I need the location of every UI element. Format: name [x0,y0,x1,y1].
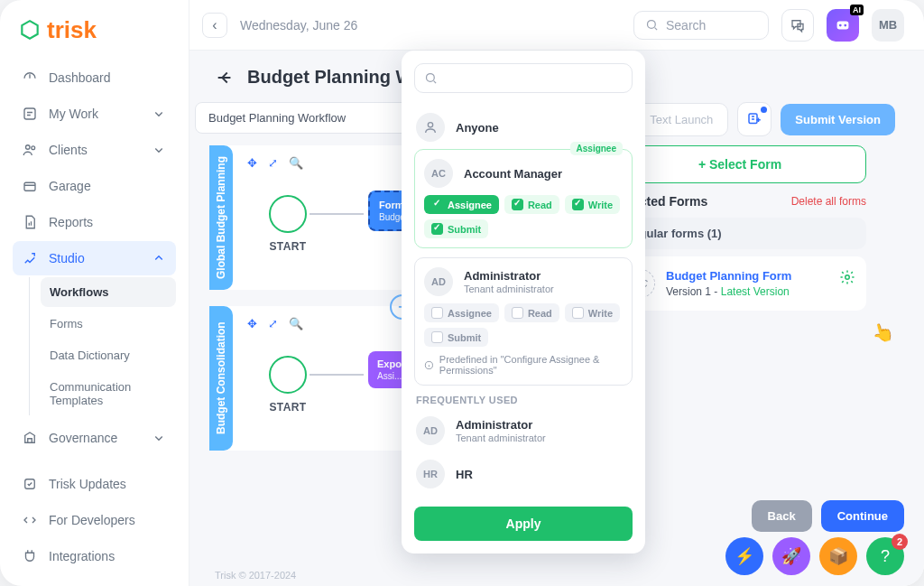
subnav-data-dictionary[interactable]: Data Dictionary [41,340,176,370]
continue-button[interactable]: Continue [821,500,904,532]
start-node[interactable] [269,356,307,394]
user-avatar[interactable]: MB [872,9,904,42]
drag-icon[interactable]: ✥ [247,317,257,330]
fab-bolt[interactable]: ⚡ [725,537,763,575]
nav-reports[interactable]: Reports [13,205,176,239]
start-node[interactable] [269,195,307,233]
user-icon [423,120,438,135]
nav-developers[interactable]: For Developers [13,503,176,537]
zoom-icon[interactable]: 🔍 [289,156,303,170]
svg-rect-6 [837,21,849,29]
workflow-lane-label: Global Budget Planning [209,145,233,290]
zoom-icon[interactable]: 🔍 [289,317,303,330]
form-card[interactable]: AC Budget Planning Form Version 1 - Late… [614,256,866,311]
fab-archive[interactable]: 📦 [819,537,857,575]
svg-rect-0 [24,108,35,119]
copyright: Trisk © 2017-2024 [215,570,296,581]
chat-icon[interactable] [781,9,814,42]
nav-updates[interactable]: Trisk Updates [13,467,176,501]
subnav-forms[interactable]: Forms [41,309,176,339]
nav-studio[interactable]: Studio [13,241,176,275]
select-form-button[interactable]: + Select Form [614,145,866,183]
freq-hr[interactable]: HRHR [414,452,633,496]
role-card-account-manager[interactable]: Assignee ACAccount Manager Assignee Read… [414,149,633,248]
search-icon [424,71,438,85]
svg-point-12 [427,74,435,82]
logo: trisk [13,16,176,55]
frequently-used-header: FREQUENTLY USED [416,395,633,405]
assignee-pill: Assignee [570,142,623,155]
popover-search[interactable] [414,63,633,93]
expand-icon[interactable]: ⤢ [268,156,278,170]
text-launch-button: Text Launch [634,103,728,136]
workflow-lane-label: Budget Consolidation [209,306,233,451]
form-version: Version 1 - Latest Version [666,285,791,298]
svg-point-1 [26,145,31,150]
svg-point-5 [648,21,656,29]
predefined-note: Predefined in "Configure Assignee & Perm… [424,354,623,376]
nav-integrations[interactable]: Integrations [13,539,176,573]
perm-submit[interactable]: Submit [424,328,488,347]
nav-clients[interactable]: Clients [13,133,176,167]
fab-rocket[interactable]: 🚀 [772,537,810,575]
back-arrow-icon[interactable] [215,68,235,88]
info-icon [424,359,434,371]
search-icon [645,18,659,32]
back-button[interactable]: Back [752,500,812,532]
svg-point-8 [844,23,846,26]
date-label: Wednesday, June 26 [240,18,357,33]
chevron-down-icon [151,142,167,158]
perm-assignee[interactable]: Assignee [424,195,499,214]
perm-write[interactable]: Write [565,303,620,322]
subnav-workflows[interactable]: Workflows [41,277,176,307]
chevron-down-icon [151,106,167,122]
perm-write[interactable]: Write [565,195,620,214]
nav-governance[interactable]: Governance [13,421,176,455]
delete-all-forms[interactable]: Delete all forms [791,195,866,208]
svg-point-2 [32,146,35,150]
drag-icon[interactable]: ✥ [247,156,257,170]
nav-my-work[interactable]: My Work [13,97,176,131]
nav-garage[interactable]: Garage [13,169,176,203]
regular-forms-header[interactable]: Regular forms (1) [614,218,866,249]
expand-icon[interactable]: ⤢ [268,317,278,330]
chevron-up-icon [151,250,167,266]
nav-dashboard[interactable]: Dashboard [13,60,176,95]
svg-point-13 [428,123,432,127]
form-name-link[interactable]: Budget Planning Form [666,269,791,283]
svg-rect-3 [24,182,35,191]
ai-button[interactable]: AI [827,9,859,42]
perm-read[interactable]: Read [504,195,559,214]
config-button[interactable] [737,102,772,136]
gear-icon[interactable] [839,269,855,285]
freq-administrator[interactable]: ADAdministratorTenant administrator [414,409,633,452]
perm-submit[interactable]: Submit [424,219,488,238]
start-label: START [269,401,306,414]
search-input[interactable]: Search [633,11,769,40]
apply-button[interactable]: Apply [414,507,633,541]
start-label: START [269,240,306,253]
submit-version-button[interactable]: Submit Version [781,104,895,135]
svg-point-7 [839,23,842,26]
svg-point-11 [845,275,850,280]
fab-help[interactable]: ?2 [866,537,904,575]
back-button[interactable]: ‹ [202,13,227,38]
chevron-down-icon [151,430,167,446]
role-card-administrator[interactable]: ADAdministratorTenant administrator Assi… [414,257,633,386]
perm-read[interactable]: Read [504,303,559,322]
role-popover: Anyone Assignee ACAccount Manager Assign… [402,51,645,553]
perm-assignee[interactable]: Assignee [424,303,499,322]
subnav-comm-templates[interactable]: Communication Templates [41,372,176,415]
